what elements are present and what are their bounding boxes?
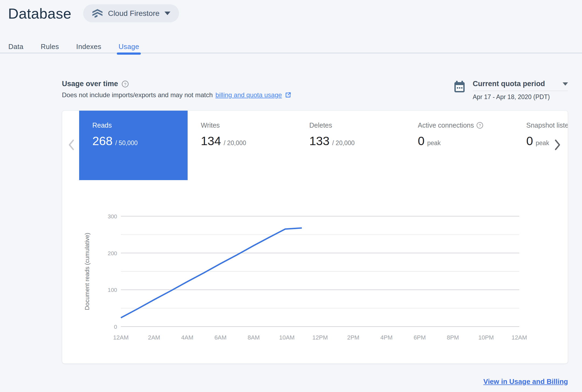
metric-card-denominator: / 50,000 bbox=[115, 139, 138, 147]
firestore-icon bbox=[92, 8, 103, 19]
carousel-next-button[interactable] bbox=[552, 138, 563, 152]
tab-rules[interactable]: Rules bbox=[41, 38, 59, 53]
product-selector-label: Cloud Firestore bbox=[108, 9, 159, 18]
tab-usage[interactable]: Usage bbox=[118, 38, 139, 53]
usage-line-chart: 010020030012AM2AM4AM6AM8AM10AM12PM2PM4PM… bbox=[62, 205, 568, 361]
help-icon[interactable]: ? bbox=[122, 80, 129, 88]
metric-card-value: 133 bbox=[309, 134, 329, 148]
quota-period-dropdown[interactable]: Current quota period Apr 17 - Apr 18, 20… bbox=[473, 80, 568, 101]
svg-text:?: ? bbox=[479, 123, 481, 128]
page-title: Database bbox=[8, 5, 71, 22]
calendar-icon bbox=[453, 80, 466, 93]
quota-period-label: Current quota period bbox=[473, 80, 545, 88]
svg-text:6AM: 6AM bbox=[214, 334, 226, 341]
svg-text:200: 200 bbox=[108, 250, 117, 256]
metric-card-label: Reads bbox=[92, 121, 112, 129]
svg-text:12AM: 12AM bbox=[113, 334, 128, 341]
chevron-down-icon bbox=[563, 82, 568, 86]
metric-card-value: 0 bbox=[418, 134, 425, 148]
metric-card-denominator: peak bbox=[536, 139, 549, 147]
view-usage-billing-link[interactable]: View in Usage and Billing bbox=[483, 377, 568, 386]
svg-text:8AM: 8AM bbox=[248, 334, 260, 341]
tab-data[interactable]: Data bbox=[8, 38, 23, 53]
svg-text:6PM: 6PM bbox=[413, 334, 426, 341]
tab-bar: Data Rules Indexes Usage bbox=[0, 38, 582, 53]
external-link-icon[interactable] bbox=[285, 92, 292, 99]
metric-card-reads[interactable]: Reads 268 / 50,000 bbox=[79, 111, 188, 180]
usage-over-time-title: Usage over time bbox=[62, 80, 118, 88]
svg-text:10AM: 10AM bbox=[279, 334, 294, 341]
svg-text:4PM: 4PM bbox=[380, 334, 392, 341]
svg-text:4AM: 4AM bbox=[181, 334, 193, 341]
quota-period-block: Current quota period Apr 17 - Apr 18, 20… bbox=[453, 80, 568, 101]
svg-text:2AM: 2AM bbox=[148, 334, 160, 341]
metric-card-active-connections[interactable]: Active connections ? 0 peak bbox=[405, 111, 513, 180]
tab-indexes[interactable]: Indexes bbox=[76, 38, 101, 53]
metric-card-writes[interactable]: Writes 134 / 20,000 bbox=[188, 111, 296, 180]
quota-period-date-range: Apr 17 - Apr 18, 2020 (PDT) bbox=[473, 91, 568, 101]
svg-text:100: 100 bbox=[108, 287, 117, 293]
metric-card-value: 134 bbox=[201, 134, 221, 148]
metric-card-label: Active connections bbox=[418, 121, 474, 129]
usage-over-time-block: Usage over time ? Does not include impor… bbox=[62, 80, 292, 99]
svg-text:300: 300 bbox=[108, 213, 117, 219]
metric-card-label: Writes bbox=[201, 121, 220, 129]
footer: View in Usage and Billing bbox=[483, 377, 568, 386]
metric-card-value: 0 bbox=[526, 134, 533, 148]
usage-subtext: Does not include imports/exports and may… bbox=[62, 91, 213, 99]
svg-text:?: ? bbox=[124, 82, 126, 86]
svg-text:12PM: 12PM bbox=[312, 334, 328, 341]
metric-card-denominator: peak bbox=[427, 139, 441, 147]
svg-text:2PM: 2PM bbox=[347, 334, 359, 341]
metric-card-value: 268 bbox=[92, 134, 113, 148]
page-header: Database Cloud Firestore bbox=[8, 4, 179, 22]
billing-quota-usage-link[interactable]: billing and quota usage bbox=[215, 91, 282, 99]
svg-text:12AM: 12AM bbox=[511, 334, 527, 341]
usage-section-header: Usage over time ? Does not include impor… bbox=[62, 80, 568, 101]
product-selector-dropdown[interactable]: Cloud Firestore bbox=[83, 4, 179, 22]
metric-card-deletes[interactable]: Deletes 133 / 20,000 bbox=[296, 111, 405, 180]
metric-card-denominator: / 20,000 bbox=[224, 139, 246, 147]
metric-card-denominator: / 20,000 bbox=[332, 139, 355, 147]
carousel-prev-button[interactable] bbox=[65, 138, 77, 152]
svg-text:Document reads (cumulative): Document reads (cumulative) bbox=[84, 233, 90, 310]
metric-cards-row: Reads 268 / 50,000 Writes 134 / 20,000 D… bbox=[79, 111, 568, 180]
svg-text:0: 0 bbox=[114, 324, 117, 330]
metric-card-label: Snapshot listeners bbox=[526, 121, 568, 129]
help-icon[interactable]: ? bbox=[476, 122, 483, 129]
svg-text:10PM: 10PM bbox=[478, 334, 494, 341]
chevron-down-icon bbox=[164, 12, 170, 15]
svg-text:8PM: 8PM bbox=[447, 334, 459, 341]
metric-card-label: Deletes bbox=[309, 121, 332, 129]
usage-panel: Reads 268 / 50,000 Writes 134 / 20,000 D… bbox=[62, 110, 568, 364]
